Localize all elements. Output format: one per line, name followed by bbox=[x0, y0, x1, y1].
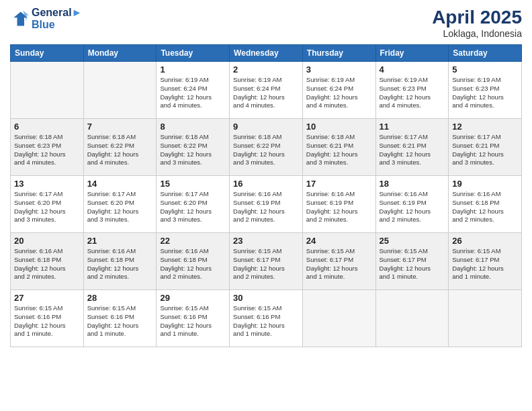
day-number: 18 bbox=[380, 179, 445, 189]
day-number: 29 bbox=[160, 293, 226, 303]
col-monday: Monday bbox=[83, 45, 157, 62]
page: General► Blue April 2025 Loklaga, Indone… bbox=[0, 0, 532, 411]
calendar-cell: 25Sunrise: 6:15 AM Sunset: 6:17 PM Dayli… bbox=[375, 233, 449, 290]
day-number: 10 bbox=[306, 122, 372, 132]
calendar-cell: 21Sunrise: 6:16 AM Sunset: 6:18 PM Dayli… bbox=[83, 233, 157, 290]
day-info: Sunrise: 6:16 AM Sunset: 6:19 PM Dayligh… bbox=[233, 190, 299, 224]
calendar-week-2: 6Sunrise: 6:18 AM Sunset: 6:23 PM Daylig… bbox=[11, 119, 522, 176]
day-info: Sunrise: 6:15 AM Sunset: 6:16 PM Dayligh… bbox=[233, 304, 299, 338]
day-number: 7 bbox=[87, 122, 153, 132]
title-block: April 2025 Loklaga, Indonesia bbox=[432, 7, 522, 39]
calendar-cell bbox=[449, 290, 522, 347]
day-number: 24 bbox=[306, 236, 372, 246]
logo-icon bbox=[10, 9, 29, 28]
calendar-cell: 4Sunrise: 6:19 AM Sunset: 6:23 PM Daylig… bbox=[375, 62, 449, 119]
col-tuesday: Tuesday bbox=[157, 45, 230, 62]
logo: General► Blue bbox=[10, 7, 82, 30]
day-info: Sunrise: 6:17 AM Sunset: 6:21 PM Dayligh… bbox=[380, 133, 445, 167]
day-info: Sunrise: 6:15 AM Sunset: 6:17 PM Dayligh… bbox=[306, 247, 372, 281]
day-number: 17 bbox=[306, 179, 372, 189]
calendar-cell: 13Sunrise: 6:17 AM Sunset: 6:20 PM Dayli… bbox=[11, 176, 84, 233]
col-thursday: Thursday bbox=[302, 45, 375, 62]
calendar-cell: 15Sunrise: 6:17 AM Sunset: 6:20 PM Dayli… bbox=[157, 176, 230, 233]
col-sunday: Sunday bbox=[11, 45, 84, 62]
day-info: Sunrise: 6:16 AM Sunset: 6:19 PM Dayligh… bbox=[380, 190, 445, 224]
col-friday: Friday bbox=[375, 45, 449, 62]
day-info: Sunrise: 6:16 AM Sunset: 6:18 PM Dayligh… bbox=[14, 247, 80, 281]
day-info: Sunrise: 6:19 AM Sunset: 6:24 PM Dayligh… bbox=[160, 76, 226, 110]
calendar-cell: 30Sunrise: 6:15 AM Sunset: 6:16 PM Dayli… bbox=[230, 290, 303, 347]
calendar-cell bbox=[375, 290, 449, 347]
calendar-cell: 10Sunrise: 6:18 AM Sunset: 6:21 PM Dayli… bbox=[302, 119, 375, 176]
day-number: 2 bbox=[233, 64, 299, 75]
calendar-cell bbox=[83, 62, 157, 119]
day-number: 8 bbox=[160, 122, 226, 132]
day-number: 19 bbox=[452, 179, 518, 189]
month-title: April 2025 bbox=[432, 7, 522, 28]
day-number: 13 bbox=[14, 179, 80, 189]
calendar-cell bbox=[11, 62, 84, 119]
header: General► Blue April 2025 Loklaga, Indone… bbox=[10, 7, 522, 39]
day-info: Sunrise: 6:18 AM Sunset: 6:22 PM Dayligh… bbox=[233, 133, 299, 167]
day-number: 11 bbox=[380, 122, 445, 132]
calendar-cell: 8Sunrise: 6:18 AM Sunset: 6:22 PM Daylig… bbox=[157, 119, 230, 176]
day-info: Sunrise: 6:16 AM Sunset: 6:18 PM Dayligh… bbox=[452, 190, 518, 224]
calendar-cell bbox=[302, 290, 375, 347]
day-info: Sunrise: 6:18 AM Sunset: 6:22 PM Dayligh… bbox=[87, 133, 153, 167]
calendar-cell: 7Sunrise: 6:18 AM Sunset: 6:22 PM Daylig… bbox=[83, 119, 157, 176]
day-info: Sunrise: 6:17 AM Sunset: 6:20 PM Dayligh… bbox=[87, 190, 153, 224]
calendar-cell: 9Sunrise: 6:18 AM Sunset: 6:22 PM Daylig… bbox=[230, 119, 303, 176]
calendar-cell: 1Sunrise: 6:19 AM Sunset: 6:24 PM Daylig… bbox=[157, 62, 230, 119]
calendar-cell: 2Sunrise: 6:19 AM Sunset: 6:24 PM Daylig… bbox=[230, 62, 303, 119]
calendar-cell: 22Sunrise: 6:16 AM Sunset: 6:18 PM Dayli… bbox=[157, 233, 230, 290]
calendar-cell: 19Sunrise: 6:16 AM Sunset: 6:18 PM Dayli… bbox=[449, 176, 522, 233]
day-info: Sunrise: 6:15 AM Sunset: 6:16 PM Dayligh… bbox=[160, 304, 226, 338]
calendar-cell: 29Sunrise: 6:15 AM Sunset: 6:16 PM Dayli… bbox=[157, 290, 230, 347]
calendar-cell: 20Sunrise: 6:16 AM Sunset: 6:18 PM Dayli… bbox=[11, 233, 84, 290]
day-number: 25 bbox=[380, 236, 445, 246]
calendar-cell: 14Sunrise: 6:17 AM Sunset: 6:20 PM Dayli… bbox=[83, 176, 157, 233]
calendar-cell: 26Sunrise: 6:15 AM Sunset: 6:17 PM Dayli… bbox=[449, 233, 522, 290]
calendar-cell: 5Sunrise: 6:19 AM Sunset: 6:23 PM Daylig… bbox=[449, 62, 522, 119]
day-number: 30 bbox=[233, 293, 299, 303]
day-number: 4 bbox=[380, 64, 445, 75]
day-number: 9 bbox=[233, 122, 299, 132]
calendar-week-4: 20Sunrise: 6:16 AM Sunset: 6:18 PM Dayli… bbox=[11, 233, 522, 290]
day-info: Sunrise: 6:19 AM Sunset: 6:24 PM Dayligh… bbox=[233, 76, 299, 110]
day-number: 22 bbox=[160, 236, 226, 246]
day-number: 1 bbox=[160, 64, 226, 75]
day-info: Sunrise: 6:15 AM Sunset: 6:16 PM Dayligh… bbox=[14, 304, 80, 338]
day-number: 20 bbox=[14, 236, 80, 246]
calendar-cell: 23Sunrise: 6:15 AM Sunset: 6:17 PM Dayli… bbox=[230, 233, 303, 290]
calendar: Sunday Monday Tuesday Wednesday Thursday… bbox=[10, 44, 522, 347]
calendar-cell: 11Sunrise: 6:17 AM Sunset: 6:21 PM Dayli… bbox=[375, 119, 449, 176]
day-info: Sunrise: 6:16 AM Sunset: 6:19 PM Dayligh… bbox=[306, 190, 372, 224]
calendar-week-1: 1Sunrise: 6:19 AM Sunset: 6:24 PM Daylig… bbox=[11, 62, 522, 119]
day-info: Sunrise: 6:17 AM Sunset: 6:20 PM Dayligh… bbox=[160, 190, 226, 224]
calendar-cell: 3Sunrise: 6:19 AM Sunset: 6:24 PM Daylig… bbox=[302, 62, 375, 119]
day-number: 16 bbox=[233, 179, 299, 189]
calendar-cell: 12Sunrise: 6:17 AM Sunset: 6:21 PM Dayli… bbox=[449, 119, 522, 176]
day-number: 6 bbox=[14, 122, 80, 132]
day-info: Sunrise: 6:15 AM Sunset: 6:17 PM Dayligh… bbox=[452, 247, 518, 281]
day-info: Sunrise: 6:16 AM Sunset: 6:18 PM Dayligh… bbox=[87, 247, 153, 281]
day-info: Sunrise: 6:18 AM Sunset: 6:22 PM Dayligh… bbox=[160, 133, 226, 167]
logo-text: General► Blue bbox=[32, 7, 82, 30]
calendar-week-3: 13Sunrise: 6:17 AM Sunset: 6:20 PM Dayli… bbox=[11, 176, 522, 233]
day-info: Sunrise: 6:16 AM Sunset: 6:18 PM Dayligh… bbox=[160, 247, 226, 281]
calendar-cell: 28Sunrise: 6:15 AM Sunset: 6:16 PM Dayli… bbox=[83, 290, 157, 347]
day-number: 14 bbox=[87, 179, 153, 189]
day-info: Sunrise: 6:17 AM Sunset: 6:20 PM Dayligh… bbox=[14, 190, 80, 224]
day-number: 3 bbox=[306, 64, 372, 75]
day-number: 5 bbox=[452, 64, 518, 75]
day-info: Sunrise: 6:19 AM Sunset: 6:23 PM Dayligh… bbox=[452, 76, 518, 110]
calendar-cell: 6Sunrise: 6:18 AM Sunset: 6:23 PM Daylig… bbox=[11, 119, 84, 176]
calendar-week-5: 27Sunrise: 6:15 AM Sunset: 6:16 PM Dayli… bbox=[11, 290, 522, 347]
calendar-cell: 24Sunrise: 6:15 AM Sunset: 6:17 PM Dayli… bbox=[302, 233, 375, 290]
day-number: 12 bbox=[452, 122, 518, 132]
day-number: 28 bbox=[87, 293, 153, 303]
day-info: Sunrise: 6:18 AM Sunset: 6:21 PM Dayligh… bbox=[306, 133, 372, 167]
day-info: Sunrise: 6:17 AM Sunset: 6:21 PM Dayligh… bbox=[452, 133, 518, 167]
logo-line2: Blue bbox=[32, 19, 82, 31]
day-info: Sunrise: 6:19 AM Sunset: 6:24 PM Dayligh… bbox=[306, 76, 372, 110]
